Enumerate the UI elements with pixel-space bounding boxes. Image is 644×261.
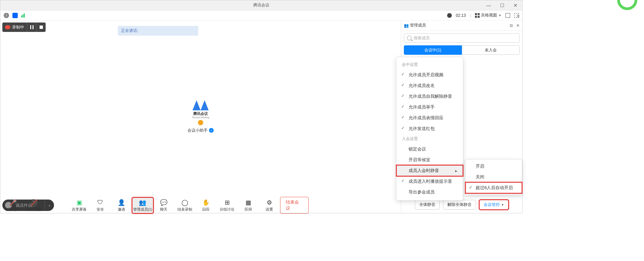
share-screen-button[interactable]: ▣ 共享屏幕	[69, 199, 90, 212]
brand-sub-label: Tencent Meeting	[187, 116, 214, 119]
unmute-label: 解除静音	[6, 207, 20, 212]
submenu-on[interactable]: 开启	[466, 161, 522, 172]
view-mode-selector[interactable]: 宫格视图 ▼	[475, 12, 501, 18]
title-bar: 腾讯会议 — ☐ ✕	[0, 0, 522, 10]
cloud-record-icon	[5, 25, 10, 29]
end-record-label: 结束录制	[177, 207, 192, 212]
tab-not-joined[interactable]: 未入会	[462, 45, 520, 55]
apps-icon: ▦	[244, 199, 252, 206]
menu-section-in-meeting: 会中设置	[396, 60, 463, 70]
avatar-icon	[198, 120, 203, 125]
shield-icon[interactable]	[12, 13, 18, 18]
close-panel-icon[interactable]: ✕	[516, 23, 520, 28]
video-label: 开启视频	[27, 207, 42, 212]
reaction-label: 回应	[202, 207, 210, 212]
video-stage: 录制中 正在讲话: 腾讯会议 Tencent Meeting 会议小助手 ✓	[0, 20, 401, 213]
breakout-label: 分组讨论	[220, 207, 234, 212]
security-button[interactable]: 🛡 安全	[90, 199, 111, 212]
search-icon	[407, 36, 412, 40]
settings-label: 设置	[266, 207, 273, 212]
meeting-timer: 02:13	[456, 13, 466, 18]
chat-label: 聊天	[160, 207, 167, 212]
meeting-control-button[interactable]: 会议管控 ▼	[479, 200, 508, 210]
manage-members-button[interactable]: 👥 管理成员(1)	[132, 198, 153, 213]
recording-indicator: 录制中	[2, 23, 46, 32]
menu-enable-waiting-room[interactable]: 开启等候室	[396, 155, 463, 165]
menu-allow-raise-hand[interactable]: 允许成员举手	[396, 102, 463, 113]
menu-play-chime[interactable]: 成员进入时播放提示音	[396, 176, 463, 187]
menu-allow-video[interactable]: 允许成员开启视频	[396, 70, 463, 80]
invite-icon: 👤	[117, 199, 125, 206]
info-icon[interactable]: i	[4, 13, 9, 18]
window-title: 腾讯会议	[253, 2, 269, 8]
chat-button[interactable]: 💬 聊天	[153, 199, 174, 212]
chevron-down-icon: ▼	[498, 14, 501, 17]
search-input[interactable]: 搜索成员	[404, 33, 520, 43]
annotation-circle	[617, 0, 637, 10]
maximize-button[interactable]: ☐	[495, 0, 509, 10]
member-tabs: 会议中(1) 未入会	[401, 45, 522, 55]
mute-all-button[interactable]: 全体静音	[415, 200, 440, 210]
menu-mute-on-entry-label: 成员入会时静音	[409, 168, 439, 174]
minimize-button[interactable]: —	[482, 0, 495, 10]
end-record-button[interactable]: ◯ 结束录制	[174, 199, 196, 212]
signal-icon[interactable]	[21, 13, 25, 17]
verified-badge-icon: ✓	[209, 128, 214, 133]
invite-label: 邀请	[118, 207, 125, 212]
clock-icon	[447, 13, 452, 18]
menu-allow-reaction[interactable]: 允许成员表情回应	[396, 113, 463, 123]
popout-icon[interactable]: ⧉	[510, 23, 513, 28]
meeting-control-menu: 会中设置 允许成员开启视频 允许成员改名 允许成员自我解除静音 允许成员举手 允…	[396, 57, 463, 201]
menu-export-members[interactable]: 导出参会成员	[396, 187, 463, 198]
menu-lock-meeting[interactable]: 锁定会议	[396, 144, 463, 155]
members-label: 管理成员(1)	[133, 207, 152, 212]
end-meeting-button[interactable]: 结束会议	[280, 197, 309, 214]
grid-icon	[475, 13, 480, 18]
share-label: 共享屏幕	[72, 207, 87, 212]
search-placeholder: 搜索成员	[414, 35, 430, 41]
view-mode-label: 宫格视图	[481, 12, 497, 18]
chat-icon: 💬	[160, 199, 168, 206]
meeting-control-label: 会议管控	[484, 202, 500, 208]
stop-icon	[40, 26, 43, 29]
fullscreen-icon[interactable]	[505, 13, 510, 18]
tab-in-meeting[interactable]: 会议中(1)	[404, 45, 462, 55]
panel-header: 👥 管理成员 ⧉ ✕	[401, 20, 522, 31]
menu-allow-self-unmute[interactable]: 允许成员自我解除静音	[396, 91, 463, 102]
menu-mute-on-entry[interactable]: 成员入会时静音	[396, 165, 463, 176]
share-icon: ▣	[75, 199, 83, 206]
gear-icon: ⚙	[265, 199, 273, 206]
hamburger-icon[interactable]: ≡	[517, 13, 520, 19]
speaking-indicator: 正在讲话:	[118, 26, 198, 36]
settings-button[interactable]: ⚙ 设置	[259, 199, 280, 212]
top-strip: i 02:13 | 宫格视图 ▼	[0, 10, 522, 20]
menu-allow-rename[interactable]: 允许成员改名	[396, 80, 463, 91]
breakout-button[interactable]: ⊞ 分组讨论	[217, 199, 238, 212]
unmute-all-button[interactable]: 解除全体静音	[443, 200, 476, 210]
panel-title: 管理成员	[410, 23, 426, 28]
invite-button[interactable]: 👤 邀请	[111, 199, 132, 212]
security-label: 安全	[97, 207, 104, 212]
submenu-auto-6[interactable]: 超过6人后自动开启	[466, 182, 522, 193]
brand-label: 腾讯会议	[187, 111, 214, 116]
record-icon: ◯	[181, 199, 189, 206]
mic-off-icon: 🎤	[9, 199, 17, 206]
start-video-button[interactable]: 🎥 开启视频	[24, 199, 45, 212]
pause-recording-button[interactable]	[27, 23, 36, 32]
participant-name: 会议小助手	[187, 128, 208, 133]
participant-tile[interactable]: 腾讯会议 Tencent Meeting 会议小助手 ✓	[187, 100, 214, 133]
tencent-logo-icon	[193, 100, 209, 111]
reaction-button[interactable]: ✋ 回应	[196, 199, 217, 212]
apps-label: 应用	[245, 207, 252, 212]
menu-allow-redpacket[interactable]: 允许发送红包	[396, 123, 463, 134]
submenu-off[interactable]: 关闭	[466, 172, 522, 182]
pause-icon	[30, 25, 34, 29]
window-controls: — ☐ ✕	[482, 0, 522, 10]
menu-section-entry: 入会设置	[396, 134, 463, 144]
close-button[interactable]: ✕	[509, 0, 522, 10]
speaking-label: 正在讲话:	[121, 28, 138, 33]
apps-button[interactable]: ▦ 应用	[238, 199, 259, 212]
security-icon: 🛡	[96, 199, 104, 206]
stop-recording-button[interactable]	[36, 23, 46, 32]
unmute-button[interactable]: 🎤 解除静音	[3, 199, 24, 212]
